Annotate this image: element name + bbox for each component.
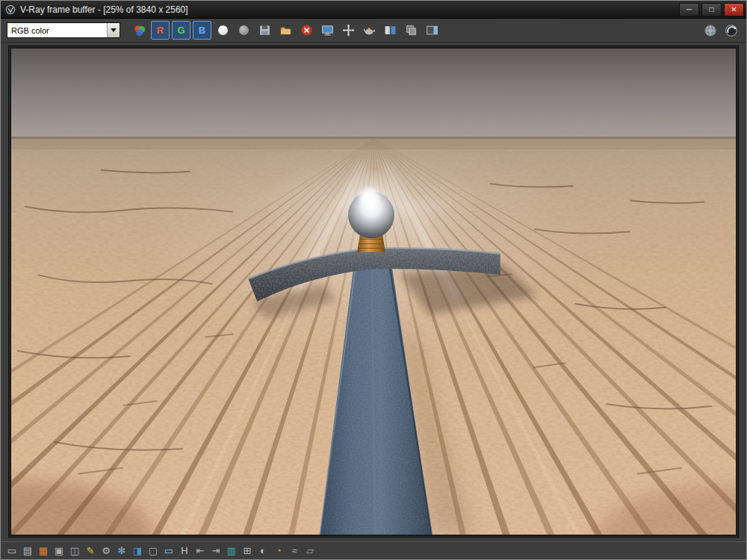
pencil-edit-icon[interactable]: ✎ — [84, 544, 97, 558]
red-channel-button[interactable]: R — [151, 21, 170, 40]
window-icon[interactable]: ▢ — [146, 544, 160, 558]
copy-to-host-button[interactable] — [318, 21, 337, 40]
clear-x-icon — [300, 24, 313, 37]
titlebar[interactable]: V-Ray frame buffer - [25% of 3840 x 2560… — [1, 1, 746, 19]
bottom-toolbar: ▭▤▦▣◫✎⚙✻◨▢▭H⇤⇥▥⊞◐◔≈▱ — [1, 541, 746, 559]
vray-frame-buffer-window: V-Ray frame buffer - [25% of 3840 x 2560… — [0, 0, 747, 560]
white-circle-icon — [218, 25, 228, 35]
text-overlay-icon[interactable]: ▭ — [162, 544, 176, 558]
load-image-button[interactable] — [276, 21, 295, 40]
vray-logo-icon — [5, 4, 16, 15]
close-button[interactable]: ✕ — [724, 3, 744, 16]
gray-circle-icon — [239, 25, 249, 35]
monochrome-channel-button[interactable] — [214, 21, 232, 40]
window-controls: ─ □ ✕ — [679, 3, 744, 16]
checker-icon[interactable]: ⊞ — [241, 544, 254, 558]
channel-dropdown-value: RGB color — [7, 26, 107, 35]
red-channel-label: R — [157, 25, 164, 36]
rgb-bars-icon[interactable]: ▥ — [225, 544, 238, 558]
top-toolbar: RGB color R G B — [1, 19, 746, 43]
render-image[interactable] — [11, 49, 736, 535]
exposure-icon[interactable]: ◐ — [256, 544, 270, 558]
track-mouse-button[interactable] — [339, 21, 358, 40]
folder-icon — [279, 24, 292, 37]
clamp-icon[interactable]: ▣ — [52, 544, 66, 558]
blue-channel-label: B — [199, 25, 205, 36]
side-panel-button[interactable] — [423, 21, 441, 40]
green-channel-button[interactable]: G — [172, 21, 190, 40]
teapot-icon — [363, 24, 376, 37]
render-last-button[interactable] — [360, 21, 379, 40]
duplicate-windows-icon — [405, 24, 418, 37]
window-title: V-Ray frame buffer - [25% of 3840 x 2560… — [20, 4, 675, 15]
side-panel-icon — [426, 24, 438, 37]
alpha-channel-button[interactable] — [235, 21, 253, 40]
channel-dropdown[interactable]: RGB color — [7, 22, 120, 38]
color-wheel-icon — [133, 24, 146, 37]
preview-monitor-icon[interactable]: ▤ — [21, 544, 34, 558]
crosshair-icon — [342, 24, 355, 37]
chevron-down-icon[interactable] — [107, 23, 120, 37]
settings-gear-icon[interactable]: ⚙ — [99, 544, 113, 558]
monitor-icon — [321, 24, 334, 37]
align-left-icon[interactable]: ⇤ — [193, 544, 207, 558]
sphere-icon — [704, 24, 717, 37]
clear-image-button[interactable] — [297, 21, 316, 40]
save-image-button[interactable] — [255, 21, 274, 40]
align-right-icon[interactable]: ⇥ — [209, 544, 223, 558]
duplicate-buffer-button[interactable] — [402, 21, 421, 40]
show-corrections-button[interactable] — [130, 21, 149, 40]
stamp-icon[interactable]: ▭ — [5, 544, 19, 558]
minimize-button[interactable]: ─ — [679, 3, 699, 16]
compare-horizontal-button[interactable] — [381, 21, 400, 40]
split-compare-icon — [384, 24, 397, 37]
render-viewport — [8, 46, 739, 538]
white-balance-icon[interactable]: ◔ — [272, 544, 285, 558]
info-panel-icon[interactable]: ▱ — [303, 544, 317, 558]
stamp-button[interactable] — [701, 21, 719, 40]
snowflake-icon[interactable]: ✻ — [115, 544, 128, 558]
panel-arrow-icon[interactable]: ◨ — [131, 544, 144, 558]
pixel-info-icon[interactable]: ◫ — [68, 544, 81, 558]
sky — [11, 49, 736, 141]
vray-menu-button[interactable] — [722, 21, 740, 40]
curves-icon[interactable]: ≈ — [288, 544, 301, 558]
floppy-icon — [258, 24, 271, 37]
histogram-icon[interactable]: H — [178, 544, 191, 558]
lut-icon[interactable]: ▦ — [37, 544, 50, 558]
blue-channel-button[interactable]: B — [193, 21, 211, 40]
maximize-button[interactable]: □ — [701, 3, 722, 16]
green-channel-label: G — [177, 25, 185, 36]
rendered-scene — [11, 49, 736, 535]
vray-swirl-icon — [725, 24, 738, 37]
